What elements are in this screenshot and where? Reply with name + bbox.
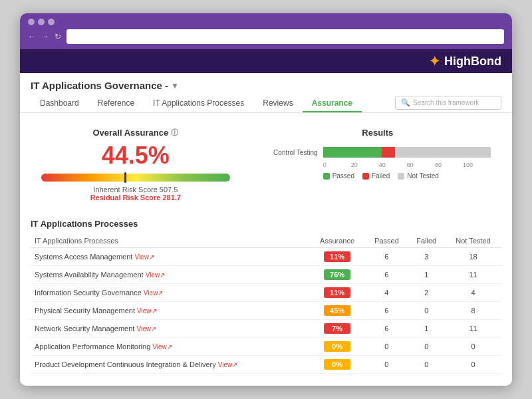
cell-assurance-0: 11% <box>309 248 365 266</box>
dot-yellow <box>38 19 45 25</box>
highbond-logo: ✦ HighBond <box>429 53 501 69</box>
assurance-badge-6: 0% <box>324 359 350 370</box>
axis-0: 0 <box>323 162 351 168</box>
cell-not-tested-6: 0 <box>445 356 501 374</box>
data-table: IT Applications Processes Assurance Pass… <box>31 234 501 374</box>
header-row: IT Applications Processes Assurance Pass… <box>31 234 501 248</box>
tab-dashboard[interactable]: Dashboard <box>31 95 88 112</box>
search-icon: 🔍 <box>401 98 410 107</box>
legend-failed-label: Failed <box>372 172 390 180</box>
cell-passed-3: 6 <box>365 302 408 320</box>
cell-failed-3: 0 <box>408 302 445 320</box>
assurance-percent: 44.5% <box>41 142 230 170</box>
dot-red <box>28 19 35 25</box>
legend-not-tested: Not Tested <box>398 172 439 180</box>
cell-assurance-6: 0% <box>309 356 365 374</box>
table-row: Information Security Governance View↗ 11… <box>31 284 501 302</box>
browser-content: ✦ HighBond IT Applications Governance - … <box>20 49 512 386</box>
cell-passed-5: 0 <box>365 338 408 356</box>
cell-name-4: Network Security Management View↗ <box>31 320 309 338</box>
cell-failed-2: 2 <box>408 284 445 302</box>
gradient-indicator <box>124 172 126 183</box>
tab-assurance[interactable]: Assurance <box>303 95 362 112</box>
cell-assurance-3: 45% <box>309 302 365 320</box>
assurance-badge-2: 11% <box>324 287 350 298</box>
logo-icon: ✦ <box>429 53 440 69</box>
assurance-badge-4: 7% <box>324 323 350 334</box>
assurance-title-text: Overall Assurance <box>92 128 168 138</box>
search-area: 🔍 Search this framework <box>395 96 501 112</box>
chart-row: Control Testing <box>265 147 491 158</box>
tab-reference[interactable]: Reference <box>88 95 144 112</box>
cell-name-5: Application Performance Monitoring View↗ <box>31 338 309 356</box>
cell-assurance-2: 11% <box>309 284 365 302</box>
axis-60: 60 <box>407 162 435 168</box>
cell-assurance-5: 0% <box>309 338 365 356</box>
cell-passed-0: 6 <box>365 248 408 266</box>
forward-button[interactable]: → <box>41 32 49 41</box>
legend-passed-label: Passed <box>332 172 354 180</box>
search-box[interactable]: 🔍 Search this framework <box>395 96 501 110</box>
cell-assurance-4: 7% <box>309 320 365 338</box>
assurance-info-icon[interactable]: ⓘ <box>171 128 178 138</box>
legend-not-tested-label: Not Tested <box>407 172 439 180</box>
page-header: IT Applications Governance - ▼ Dashboard… <box>20 73 512 113</box>
inherent-risk: Inherent Risk Score 507.5 <box>41 186 230 194</box>
legend-failed: Failed <box>362 172 390 180</box>
nav-tabs: Dashboard Reference IT Applications Proc… <box>31 95 362 112</box>
table-row: Physical Security Management View↗ 45% 6… <box>31 302 501 320</box>
col-header-assurance: Assurance <box>309 234 365 248</box>
cell-not-tested-1: 11 <box>445 266 501 284</box>
assurance-card: Overall Assurance ⓘ 44.5% Inherent Risk … <box>31 121 241 208</box>
cell-passed-6: 0 <box>365 356 408 374</box>
cell-not-tested-2: 4 <box>445 284 501 302</box>
assurance-badge-1: 76% <box>324 269 350 280</box>
view-link-2[interactable]: View↗ <box>144 289 164 297</box>
bar-passed <box>323 147 382 158</box>
browser-dots <box>28 19 504 25</box>
browser-window: ← → ↻ ✦ HighBond IT Applications Governa… <box>20 13 512 386</box>
cell-name-1: Systems Availability Management View↗ <box>31 266 309 284</box>
table-body: Systems Access Management View↗ 11% 6 3 … <box>31 248 501 374</box>
table-row: Systems Availability Management View↗ 76… <box>31 266 501 284</box>
cell-failed-6: 0 <box>408 356 445 374</box>
view-link-4[interactable]: View↗ <box>136 325 156 332</box>
view-link-6[interactable]: View↗ <box>218 361 238 368</box>
cell-name-6: Product Development Continuous Integrati… <box>31 356 309 374</box>
cell-not-tested-5: 0 <box>445 338 501 356</box>
view-link-5[interactable]: View↗ <box>152 343 172 350</box>
legend-passed: Passed <box>323 172 354 180</box>
table-head: IT Applications Processes Assurance Pass… <box>31 234 501 248</box>
address-bar[interactable] <box>66 29 504 44</box>
col-header-name: IT Applications Processes <box>31 234 309 248</box>
table-row: Application Performance Monitoring View↗… <box>31 338 501 356</box>
assurance-badge-3: 45% <box>324 305 350 316</box>
table-row: Product Development Continuous Integrati… <box>31 356 501 374</box>
axis-40: 40 <box>379 162 407 168</box>
back-button[interactable]: ← <box>28 32 36 41</box>
col-header-not-tested: Not Tested <box>445 234 501 248</box>
refresh-button[interactable]: ↻ <box>55 32 61 41</box>
bar-not-tested <box>395 147 491 158</box>
axis-100: 100 <box>463 162 491 168</box>
cell-assurance-1: 76% <box>309 266 365 284</box>
page-content: IT Applications Governance - ▼ Dashboard… <box>20 73 512 386</box>
gradient-bar <box>41 174 230 182</box>
browser-toolbar: ← → ↻ <box>28 29 504 44</box>
tab-it-applications-processes[interactable]: IT Applications Processes <box>144 95 253 112</box>
cell-not-tested-0: 18 <box>445 248 501 266</box>
cell-not-tested-4: 11 <box>445 320 501 338</box>
tab-reviews[interactable]: Reviews <box>253 95 302 112</box>
bar-failed <box>382 147 395 158</box>
legend-failed-dot <box>362 173 369 180</box>
view-link-3[interactable]: View↗ <box>137 307 157 315</box>
cell-name-3: Physical Security Management View↗ <box>31 302 309 320</box>
view-link-0[interactable]: View↗ <box>134 253 154 261</box>
page-title: IT Applications Governance - ▼ <box>31 80 501 91</box>
cell-not-tested-3: 8 <box>445 302 501 320</box>
title-dropdown-arrow[interactable]: ▼ <box>171 81 179 90</box>
main-body: Overall Assurance ⓘ 44.5% Inherent Risk … <box>20 113 512 382</box>
cell-name-0: Systems Access Management View↗ <box>31 248 309 266</box>
view-link-1[interactable]: View↗ <box>146 271 166 279</box>
assurance-badge-5: 0% <box>324 341 350 352</box>
